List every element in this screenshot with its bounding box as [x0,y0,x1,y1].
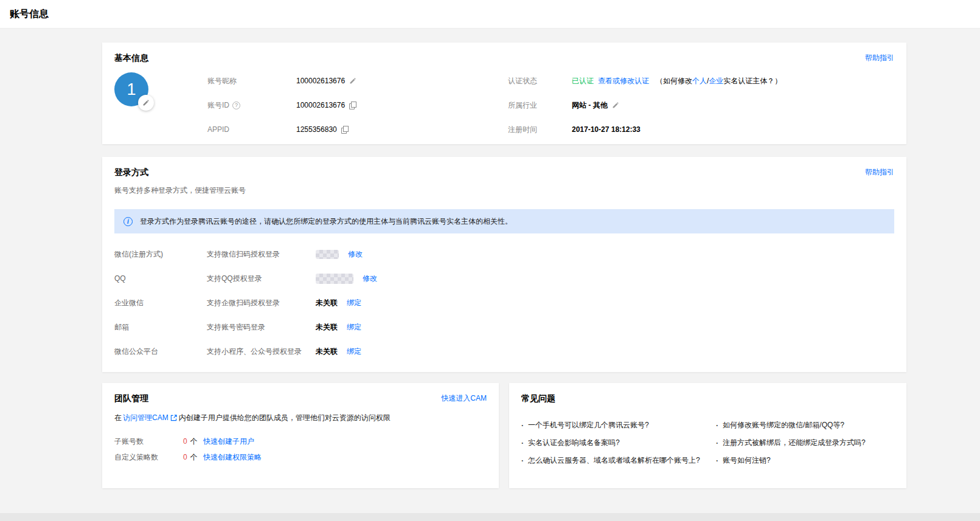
auth-status-label: 认证状态 [508,76,572,86]
avatar-wrap: 1 [114,69,207,142]
auth-status-badge: 已认证 [572,76,594,86]
custom-policy-unit: 个 [190,453,198,461]
team-desc-prefix: 在 [114,413,122,423]
faq-item[interactable]: 账号如何注销? [716,452,894,469]
modify-wechat-link[interactable]: 修改 [348,249,363,260]
edit-nickname-icon[interactable] [349,77,356,85]
appid-row: APPID 1255356830 [207,117,508,142]
team-desc-suffix: 内创建子用户提供给您的团队成员，管理他们对云资源的访问权限 [179,413,391,423]
login-method-desc: 支持小程序、公众号授权登录 [207,347,316,357]
masked-value [316,274,353,284]
login-row-qq: QQ 支持QQ授权登录 修改 [114,266,894,291]
login-method-name: 微信(注册方式) [114,249,207,260]
login-methods-help-link[interactable]: 帮助指引 [865,167,894,178]
basic-info-title: 基本信息 [114,53,148,64]
login-row-wechat: 微信(注册方式) 支持微信扫码授权登录 修改 [114,242,894,266]
login-methods-title: 登录方式 [114,167,148,178]
login-method-desc: 支持微信扫码授权登录 [207,249,316,260]
register-time-value: 2017-10-27 18:12:33 [572,125,641,134]
team-management-card: 团队管理 快速进入CAM 在 访问管理CAM 内创建子用户提供给您的团队成员，管… [102,383,499,488]
faq-card: 常见问题 一个手机号可以绑定几个腾讯云账号? 实名认证会影响域名备案吗? 怎么确… [509,383,906,488]
login-row-wechat-official: 微信公众平台 支持小程序、公众号授权登录 未关联 绑定 [114,339,894,364]
bind-email-link[interactable]: 绑定 [347,322,361,333]
login-method-desc: 支持QQ授权登录 [207,274,316,284]
info-icon: i [123,217,133,226]
industry-label: 所属行业 [508,100,572,111]
copy-appid-icon[interactable] [341,126,349,134]
auth-status-row: 认证状态 已认证 查看或修改认证 （如何修改个人/企业实名认证主体？） [508,69,894,93]
login-method-status: 未关联 [316,322,338,333]
faq-item[interactable]: 怎么确认云服务器、域名或者域名解析在哪个账号上? [521,452,716,469]
login-method-name: 微信公众平台 [114,347,207,357]
login-banner-text: 登录方式作为登录腾讯云账号的途径，请确认您所绑定的登录方式的使用主体与当前腾讯云… [140,216,512,227]
account-id-label: 账号ID [207,100,229,111]
team-desc: 在 访问管理CAM 内创建子用户提供给您的团队成员，管理他们对云资源的访问权限 [102,404,499,423]
page-header: 账号信息 [0,0,980,29]
account-id-row: 账号ID ? 100002613676 [207,93,508,117]
cam-console-link[interactable]: 访问管理CAM [123,413,177,423]
external-link-icon [170,415,177,421]
login-method-status: 未关联 [316,347,338,357]
appid-label: APPID [207,125,296,134]
masked-value [316,250,339,259]
login-info-banner: i 登录方式作为登录腾讯云账号的途径，请确认您所绑定的登录方式的使用主体与当前腾… [114,209,894,233]
faq-item[interactable]: 注册方式被解绑后，还能绑定成登录方式吗? [716,434,894,452]
login-method-name: QQ [114,274,207,283]
personal-auth-link[interactable]: 个人 [692,77,707,85]
login-method-desc: 支持企微扫码授权登录 [207,298,316,308]
nickname-label: 账号昵称 [207,76,296,86]
custom-policy-stat-row: 自定义策略数 0个 快速创建权限策略 [114,449,487,465]
login-method-desc: 支持账号密码登录 [207,322,316,333]
login-method-status: 未关联 [316,298,338,308]
avatar-text: 1 [127,80,136,99]
auth-note-prefix: （如何修改 [656,77,692,85]
industry-value: 网站 - 其他 [572,100,608,111]
cam-console-link-label: 访问管理CAM [123,413,169,423]
basic-info-card: 基本信息 帮助指引 1 账号昵称 [102,43,906,144]
login-methods-card: 登录方式 帮助指引 账号支持多种登录方式，便捷管理云账号 i 登录方式作为登录腾… [102,157,906,372]
nickname-value: 100002613676 [296,77,345,85]
create-policy-link[interactable]: 快速创建权限策略 [203,452,262,463]
sub-account-label: 子账号数 [114,436,183,447]
faq-title: 常见问题 [521,393,555,404]
main-content: 基本信息 帮助指引 1 账号昵称 [0,29,980,488]
sub-account-stat-row: 子账号数 0个 快速创建子用户 [114,433,487,449]
team-title: 团队管理 [114,393,148,404]
create-sub-user-link[interactable]: 快速创建子用户 [203,436,254,447]
bind-wecom-link[interactable]: 绑定 [347,298,361,308]
avatar: 1 [114,72,148,106]
industry-row: 所属行业 网站 - 其他 [508,93,894,117]
enterprise-auth-link[interactable]: 企业 [709,77,723,85]
bind-wechat-official-link[interactable]: 绑定 [347,347,361,357]
faq-item[interactable]: 如何修改账号绑定的微信/邮箱/QQ等? [716,416,894,434]
register-time-row: 注册时间 2017-10-27 18:12:33 [508,117,894,142]
edit-industry-icon[interactable] [612,102,619,109]
login-method-name: 企业微信 [114,298,207,308]
login-method-name: 邮箱 [114,322,207,333]
register-time-label: 注册时间 [508,125,572,135]
help-icon[interactable]: ? [232,102,240,109]
appid-value: 1255356830 [296,125,337,134]
faq-item[interactable]: 一个手机号可以绑定几个腾讯云账号? [521,416,716,434]
enter-cam-link[interactable]: 快速进入CAM [441,393,487,404]
custom-policy-count: 0 [183,453,187,461]
account-id-value: 100002613676 [296,101,345,109]
login-methods-subtitle: 账号支持多种登录方式，便捷管理云账号 [102,178,906,196]
page-title: 账号信息 [10,8,49,21]
login-row-email: 邮箱 支持账号密码登录 未关联 绑定 [114,315,894,339]
auth-note: （如何修改个人/企业实名认证主体？） [656,76,782,86]
copy-account-id-icon[interactable] [349,102,356,109]
login-row-wecom: 企业微信 支持企微扫码授权登录 未关联 绑定 [114,291,894,315]
sub-account-count: 0 [183,437,187,446]
pencil-icon [142,99,150,106]
view-modify-auth-link[interactable]: 查看或修改认证 [598,76,649,86]
basic-info-help-link[interactable]: 帮助指引 [865,53,894,63]
sub-account-unit: 个 [190,437,198,446]
custom-policy-label: 自定义策略数 [114,452,183,463]
faq-item[interactable]: 实名认证会影响域名备案吗? [521,434,716,452]
bottom-band [0,513,980,521]
nickname-row: 账号昵称 100002613676 [207,69,508,93]
modify-qq-link[interactable]: 修改 [363,274,377,284]
auth-note-suffix: 实名认证主体？） [723,77,782,85]
avatar-edit-button[interactable] [138,95,154,111]
